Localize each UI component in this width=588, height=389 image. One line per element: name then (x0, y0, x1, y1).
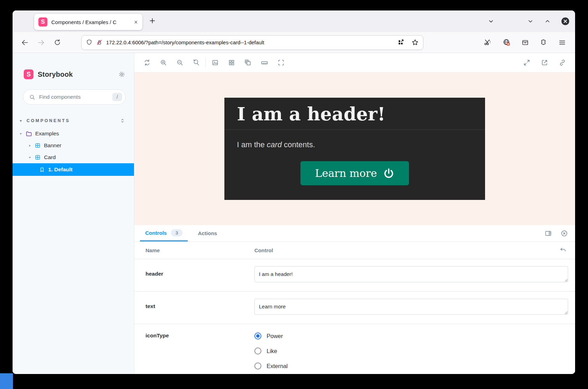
control-row-header: header I am a header! (134, 259, 575, 292)
tree-label: 1. Default (48, 166, 73, 173)
tree-label: Banner (44, 142, 61, 149)
tab-controls[interactable]: Controls 3 (140, 225, 188, 241)
panel-position-icon[interactable] (544, 230, 552, 237)
sidebar-item-examples[interactable]: Examples (13, 128, 134, 140)
components-section-header[interactable]: COMPONENTS (18, 117, 126, 125)
grid-icon[interactable] (228, 59, 235, 66)
tab-controls-label: Controls (145, 230, 167, 236)
radio-button[interactable] (254, 362, 261, 369)
bookmark-star-icon[interactable] (411, 39, 419, 46)
gear-icon[interactable] (118, 70, 126, 78)
icontype-radio-group: Power Like External (254, 332, 568, 369)
window-minimize-icon[interactable] (527, 18, 534, 25)
storybook-sidebar: S Storybook Find components / COMPONENTS… (13, 53, 134, 374)
fullscreen-icon[interactable] (523, 59, 530, 66)
remount-icon[interactable] (143, 59, 151, 66)
reload-icon[interactable] (54, 39, 61, 46)
components-section-label: COMPONENTS (27, 118, 70, 123)
radio-option-like[interactable]: Like (254, 347, 568, 354)
browser-tab[interactable]: S Components / Examples / C (34, 14, 142, 30)
search-input[interactable]: Find components / (23, 89, 126, 105)
storybook-logo: S (24, 69, 34, 79)
control-name: header (146, 266, 254, 277)
tab-actions-label: Actions (198, 230, 217, 236)
caret-down-icon (27, 155, 32, 160)
zoom-reset-icon[interactable] (193, 59, 200, 66)
storybook-brand: Storybook (38, 70, 73, 78)
canvas-toolbar (134, 53, 575, 73)
radio-option-power[interactable]: Power (254, 332, 568, 339)
menu-hamburger-icon[interactable] (558, 39, 566, 46)
page-tiles-icon[interactable] (397, 39, 404, 46)
archive-icon[interactable] (521, 39, 529, 46)
extension-globe-error-icon[interactable] (503, 38, 511, 46)
insecure-lock-icon[interactable] (96, 39, 103, 46)
tab-title: Components / Examples / C (51, 19, 132, 25)
desktop-corner (0, 373, 13, 389)
card-body: I am the card contents. (224, 130, 485, 149)
panel-tab-bar: Controls 3 Actions (134, 225, 575, 242)
controls-table-header: Name Control (134, 242, 575, 259)
window-close-icon[interactable] (560, 16, 570, 26)
viewport-icon[interactable] (244, 59, 252, 66)
toolbar-divider (206, 58, 206, 67)
url-bar[interactable]: 172.22.0.4:6006/?path=/story/components-… (82, 36, 423, 50)
card-body-emphasis: card (267, 140, 282, 149)
tab-close-icon[interactable] (133, 19, 139, 25)
folder-icon (25, 130, 32, 137)
close-panel-icon[interactable] (560, 230, 568, 237)
header-value-input[interactable]: I am a header! (254, 266, 568, 282)
story-canvas: I am a header! I am the card contents. L… (134, 73, 575, 225)
measure-ruler-icon[interactable] (261, 59, 268, 67)
copy-link-icon[interactable] (559, 59, 566, 66)
zoom-in-icon[interactable] (160, 59, 167, 66)
tree-label: Card (44, 154, 56, 160)
radio-button-checked[interactable] (254, 332, 261, 339)
control-row-text: text Learn more (134, 292, 575, 324)
power-icon (383, 168, 394, 179)
card-header: I am a header! (224, 98, 485, 130)
addons-panel: Controls 3 Actions Name Control (134, 225, 575, 374)
storybook-favicon: S (38, 17, 47, 27)
background-icon[interactable] (211, 59, 219, 66)
list-all-tabs-icon[interactable] (487, 18, 494, 25)
story-card: I am a header! I am the card contents. L… (224, 98, 485, 200)
controls-count-badge: 3 (171, 229, 183, 237)
card-body-text: I am the (237, 140, 267, 149)
browser-titlebar: S Components / Examples / C (13, 10, 575, 32)
expand-collapse-all-icon[interactable] (119, 118, 126, 124)
window-maximize-icon[interactable] (544, 18, 551, 25)
radio-option-external[interactable]: External (254, 362, 568, 369)
radio-button[interactable] (254, 347, 261, 354)
search-placeholder: Find components (39, 94, 81, 100)
zoom-out-icon[interactable] (176, 59, 184, 66)
sidebar-item-banner[interactable]: Banner (13, 140, 134, 151)
text-value-input[interactable]: Learn more (254, 299, 568, 315)
forward-icon[interactable] (37, 39, 45, 46)
new-tab-button[interactable] (149, 17, 156, 24)
open-new-tab-icon[interactable] (541, 59, 548, 66)
column-control: Control (254, 247, 273, 253)
sidebar-item-card[interactable]: Card (13, 151, 134, 163)
tab-actions[interactable]: Actions (193, 225, 222, 241)
caret-down-icon (18, 118, 23, 124)
radio-label: Like (267, 348, 277, 354)
url-text[interactable]: 172.22.0.4:6006/?path=/story/components-… (106, 39, 397, 45)
control-name: iconType (146, 332, 254, 339)
search-icon (29, 94, 36, 100)
sidebar-item-default-story[interactable]: 1. Default (13, 163, 134, 176)
search-shortcut-badge: / (112, 93, 122, 101)
back-icon[interactable] (21, 39, 29, 46)
learn-more-button[interactable]: Learn more (300, 161, 409, 185)
browser-window: S Components / Examples / C 172.22.0.4:6… (13, 10, 575, 374)
bookmark-icon (39, 167, 45, 173)
extensions-puzzle-icon[interactable] (540, 39, 548, 46)
radio-label: Power (267, 333, 283, 339)
control-row-icontype: iconType Power Like (134, 324, 575, 374)
screenshot-scissors-icon[interactable] (484, 38, 492, 46)
shield-icon[interactable] (86, 39, 92, 46)
outline-icon[interactable] (277, 59, 285, 66)
component-icon (35, 154, 41, 160)
control-name: text (146, 299, 254, 309)
reset-controls-icon[interactable] (559, 247, 567, 254)
